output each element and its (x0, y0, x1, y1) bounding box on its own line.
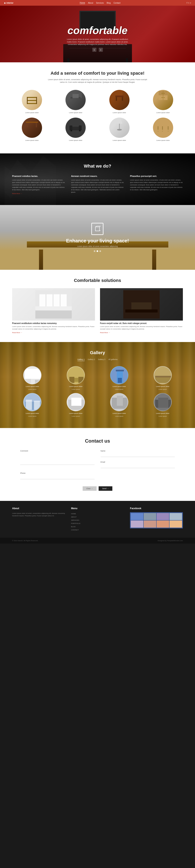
what-readmore-1[interactable]: Read More → (12, 193, 22, 194)
footer-portfolio-link[interactable]: PORTFOLIO (71, 523, 80, 524)
solution-readmore-1[interactable]: Read More → (12, 332, 22, 334)
svg-rect-4 (36, 97, 37, 104)
product-circle-3[interactable] (109, 90, 129, 110)
nav-links: Home About Services Blog Contact (80, 2, 120, 4)
rss-icon[interactable]: r (190, 2, 191, 4)
gallery-circle-3[interactable] (110, 366, 128, 384)
product-circle-1[interactable] (22, 90, 42, 110)
svg-rect-2 (27, 103, 37, 104)
svg-rect-21 (26, 122, 38, 123)
send-button[interactable]: Send → (99, 486, 113, 491)
gallery-label-8: Lorem ipsum dolor (156, 412, 169, 414)
footer-blog-link[interactable]: BLOG (71, 526, 76, 528)
dot-2[interactable] (96, 250, 98, 252)
footer-contact-link[interactable]: CONTACT (71, 529, 79, 531)
footer-about-link[interactable]: ABOUT (71, 516, 77, 518)
nav-home[interactable]: Home (80, 2, 85, 4)
hero-next-arrow[interactable]: › (99, 48, 103, 52)
gallery-tab-1[interactable]: Gallery 1 (77, 359, 85, 361)
nav-about[interactable]: About (88, 2, 93, 4)
product-circle-7[interactable] (109, 118, 129, 138)
footer-menu-blog: BLOG (71, 525, 124, 528)
logo[interactable]: ◈ interior (4, 2, 13, 4)
gallery-item-7: Lorem ipsum dolor Lorem ipsum (99, 393, 140, 417)
nav-services[interactable]: Services (96, 2, 104, 4)
gallery-circle-1[interactable] (23, 366, 41, 384)
form-comment-input[interactable] (20, 453, 94, 465)
clear-button[interactable]: Clear → (83, 486, 96, 491)
gallery-circle-4[interactable] (154, 366, 172, 384)
gallery-tab-2[interactable]: Gallery 2 (88, 359, 95, 361)
gallery-sublabel-1: Lorem ipsum (28, 389, 36, 390)
solution-item-2: Fusce eorjolt nulae sit. Duis niutt rule… (100, 288, 183, 334)
navbar: ◈ interior Home About Services Blog Cont… (0, 0, 195, 6)
facebook-icon[interactable]: f (187, 2, 187, 4)
gallery-circle-7[interactable] (110, 393, 128, 411)
svg-rect-1 (27, 100, 37, 101)
svg-rect-40 (95, 227, 100, 231)
gallery-label-7: Lorem ipsum dolor (113, 412, 126, 414)
gallery-tab-3[interactable]: Gallery 3 (98, 359, 105, 361)
gallery-sublabel-3: Lorem ipsum (115, 389, 123, 390)
product-label-3: Lorem ipsum dolor (113, 112, 126, 114)
svg-point-17 (162, 93, 162, 94)
product-circle-4[interactable] (153, 90, 173, 110)
footer-home-link[interactable]: HOME (71, 513, 76, 515)
svg-rect-59 (25, 369, 41, 379)
gallery-sublabel-4: Lorem ipsum (159, 389, 167, 390)
wood-item-icon (156, 122, 170, 133)
dot-3[interactable] (100, 250, 101, 252)
form-phone-input[interactable] (20, 475, 94, 479)
solution-readmore-2[interactable]: Read More → (100, 332, 110, 334)
svg-rect-3 (27, 97, 28, 104)
what-heading-1: Praesent volutlus lacias. (12, 175, 65, 177)
comfort-title: Add a sense of comfort to your living sp… (12, 70, 183, 76)
solution-item-1: Praesent vestibulum volutlus lacias nonu… (12, 288, 95, 334)
what-title: What we do? (12, 163, 183, 169)
svg-rect-82 (117, 396, 123, 406)
svg-rect-36 (157, 130, 169, 131)
product-img-shelf (22, 90, 42, 110)
form-email-label: Email (101, 461, 175, 463)
form-name-input[interactable] (101, 453, 175, 457)
nav-contact[interactable]: Contact (114, 2, 120, 4)
product-circle-6[interactable] (66, 118, 86, 138)
product-item-4: Lorem ipsum dolor (143, 90, 183, 114)
product-circle-2[interactable] (66, 90, 86, 110)
dark-sofa-icon (69, 123, 83, 133)
product-circle-8[interactable] (153, 118, 173, 138)
footer-fb-thumbnails[interactable] (130, 512, 183, 528)
svg-rect-71 (155, 377, 171, 383)
gallery-circle-8[interactable] (154, 393, 172, 411)
fb-thumb-2 (144, 513, 156, 520)
product-label-5: Lorem ipsum dolor (25, 140, 39, 141)
svg-rect-8 (71, 97, 73, 98)
gallery-circle-6[interactable] (67, 393, 85, 411)
gallery-img-7 (111, 394, 128, 411)
product-label-4: Lorem ipsum dolor (156, 112, 170, 114)
gallery-img-3 (111, 367, 128, 384)
gallery-item-4: Lorem ipsum dolor Lorem ipsum (143, 366, 183, 390)
gallery-circle-2[interactable] (67, 366, 85, 384)
svg-point-31 (117, 129, 122, 130)
gallery-tab-all[interactable]: All galleries (108, 359, 118, 361)
table-leg-right (152, 250, 156, 270)
gallery-circle-5[interactable] (23, 393, 41, 411)
enhance-section: Enhance your living space! Lorem ipsum d… (0, 205, 195, 270)
product-label-7: Lorem ipsum dolor (113, 140, 126, 141)
fb-thumb-3 (157, 513, 169, 520)
footer-bottom: © 2014 Interior. All Rights Reserved. De… (0, 538, 195, 544)
dot-1[interactable] (94, 250, 95, 252)
form-email-input[interactable] (101, 464, 175, 468)
enhance-subtitle: Lorem ipsum dolor sit amet consectetur a… (66, 245, 129, 247)
product-item-8: Lorem ipsum dolor (143, 118, 183, 141)
enhance-cube-icon (91, 223, 104, 235)
gallery-label-4: Lorem ipsum dolor (156, 385, 169, 388)
hero-prev-arrow[interactable]: ‹ (92, 48, 96, 52)
svg-rect-76 (34, 401, 40, 410)
twitter-icon[interactable]: t (189, 2, 189, 4)
footer-services-link[interactable]: SERVICES (71, 519, 79, 521)
footer-about-title: About (12, 507, 65, 510)
nav-blog[interactable]: Blog (107, 2, 111, 4)
product-circle-5[interactable] (22, 118, 42, 138)
